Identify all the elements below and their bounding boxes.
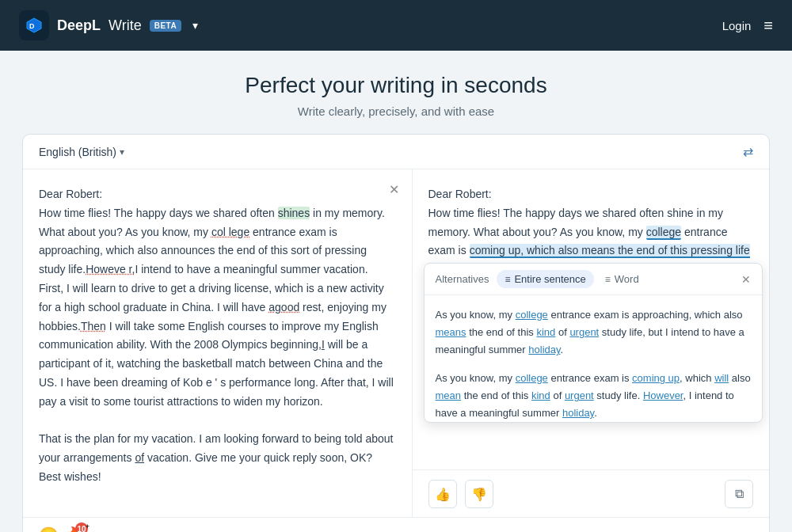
right-salutation: Dear Robert: — [428, 188, 492, 200]
fire-container: 🔥 10 + — [63, 526, 83, 532]
word-of: of — [135, 451, 144, 464]
alternatives-popup: Alternatives ≡ Entire sentence ≡ Word ✕ — [424, 263, 763, 423]
word-icon: ≡ — [605, 274, 611, 285]
entire-sentence-label: Entire sentence — [514, 273, 585, 285]
text-closing: Best wishes! — [39, 470, 101, 483]
close-popup-icon[interactable]: ✕ — [741, 273, 751, 286]
alt-link-coming-2: coming up — [632, 372, 680, 384]
alternatives-tabs: Alternatives ≡ Entire sentence ≡ Word ✕ — [425, 264, 763, 295]
left-text: Dear Robert: How time flies! The happy d… — [39, 185, 396, 487]
salutation: Dear Robert: — [39, 188, 102, 200]
header-left: D DeepL Write BETA ▾ — [19, 10, 198, 40]
entire-sentence-tab[interactable]: ≡ Entire sentence — [497, 270, 593, 288]
fire-plus-badge: + — [86, 522, 89, 530]
smiley-icon: 🙂 — [39, 526, 59, 532]
word-shines: shines — [278, 207, 310, 219]
word-tab[interactable]: ≡ Word — [597, 270, 647, 288]
char-count: 922 / 2000 — [705, 530, 753, 533]
word-shine: shine — [667, 207, 693, 219]
word-then: Then — [81, 320, 106, 332]
alternatives-label: Alternatives — [436, 273, 489, 285]
word-agood: agood — [268, 301, 299, 314]
word-college-right: college — [646, 226, 681, 240]
thumbs-up-button[interactable]: 👍 — [428, 480, 457, 508]
language-selector[interactable]: English (British) ▾ — [39, 146, 124, 158]
alt-link-holiday-2: holiday — [562, 407, 594, 419]
beta-badge: BETA — [150, 20, 181, 32]
header-right: Login ≡ — [722, 17, 773, 33]
panels: ✕ Dear Robert: How time flies! The happy… — [23, 169, 769, 518]
header-dropdown-arrow[interactable]: ▾ — [192, 19, 198, 32]
logo-icon: D — [19, 10, 49, 40]
word-label: Word — [615, 273, 639, 285]
alt-link-kind-1: kind — [536, 326, 555, 338]
left-bottom-bar: 🙂 🔥 10 + 922 / 2000 — [23, 517, 769, 532]
left-panel[interactable]: ✕ Dear Robert: How time flies! The happy… — [23, 169, 413, 518]
language-label: English (British) — [39, 146, 116, 158]
login-button[interactable]: Login — [722, 19, 752, 32]
hamburger-icon[interactable]: ≡ — [763, 17, 773, 33]
svg-text:D: D — [29, 22, 35, 30]
header: D DeepL Write BETA ▾ Login ≡ — [0, 0, 792, 51]
brand-name: DeepL — [57, 17, 101, 34]
alt-option-1: As you know, my college entrance exam is… — [436, 306, 752, 359]
alt-link-however-2: However — [643, 390, 683, 401]
alt-link-means-1: means — [436, 326, 466, 338]
alternatives-content: As you know, my college entrance exam is… — [425, 295, 763, 422]
alt-link-urgent-2: urgent — [565, 390, 594, 401]
text-line2: That is the plan for my vacation. I am l… — [39, 432, 393, 464]
alt-option-2: As you know, my college entrance exam is… — [436, 370, 752, 422]
feedback-buttons: 👍 👎 — [428, 480, 493, 508]
alt-link-holiday-1: holiday — [528, 344, 560, 355]
app-wrapper: D DeepL Write BETA ▾ Login ≡ Perfect you… — [0, 0, 792, 532]
brand-sub: Write — [109, 17, 142, 34]
sentence-icon: ≡ — [505, 274, 510, 285]
right-bottom-bar: 👍 👎 ⧉ — [413, 469, 770, 518]
word-i: I — [322, 338, 325, 351]
word-however: Howeve r, — [86, 263, 135, 276]
thumbs-down-button[interactable]: 👎 — [465, 480, 493, 508]
text-line1: How time flies! The happy days we shared… — [39, 207, 394, 408]
alt-link-college-2: college — [516, 372, 548, 384]
hero-title: Perfect your writing in seconds — [0, 73, 792, 98]
editor-container: English (British) ▾ ⇄ ✕ Dear Robert: How… — [22, 134, 770, 532]
right-panel: Dear Robert: How time flies! The happy d… — [413, 169, 770, 518]
alt-link-will-2: will — [714, 372, 729, 384]
copy-icon: ⧉ — [735, 487, 744, 501]
alt-link-mean-2: mean — [436, 390, 462, 401]
word-college: col lege — [211, 226, 249, 238]
main-content: English (British) ▾ ⇄ ✕ Dear Robert: How… — [0, 134, 792, 532]
alt-link-college-1: college — [516, 309, 548, 321]
copy-button[interactable]: ⧉ — [725, 480, 753, 508]
close-left-icon[interactable]: ✕ — [389, 182, 399, 197]
language-bar: English (British) ▾ ⇄ — [23, 135, 769, 169]
swap-icon[interactable]: ⇄ — [743, 144, 753, 159]
emoji-area: 🙂 🔥 10 + — [39, 526, 83, 532]
alt-link-kind-2: kind — [531, 390, 550, 401]
alt-link-urgent-1: urgent — [569, 326, 599, 338]
hero-subtitle: Write clearly, precisely, and with ease — [0, 104, 792, 118]
hero-section: Perfect your writing in seconds Write cl… — [0, 51, 792, 134]
language-dropdown-arrow: ▾ — [120, 146, 124, 158]
